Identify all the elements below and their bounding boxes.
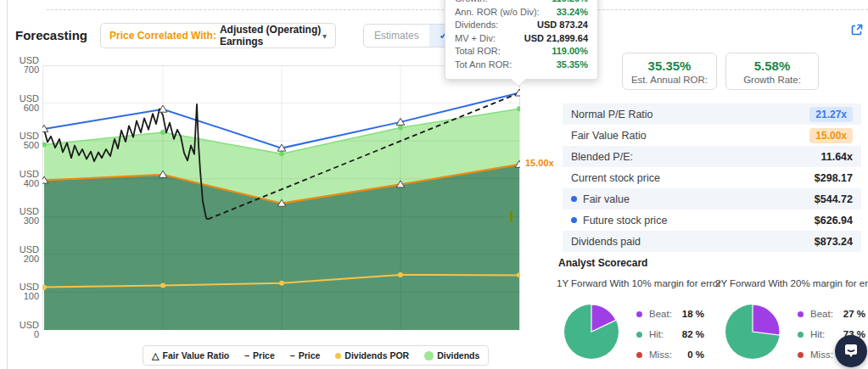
table-row-fair-value-ratio: Fair Value Ratio15.00x [563,125,861,146]
legend-dot-icon [636,311,642,317]
blue-dot-icon [571,217,577,223]
table-row-dividends-paid: Dividends paid$873.24 [563,231,861,252]
y-axis-tick-label: USD400 [10,170,39,188]
dash-marker-icon: – [244,350,249,361]
table-row-blended-p-e-: Blended P/E:11.64x [563,146,861,167]
price-correlated-dropdown[interactable]: Price Correlated With: Adjusted (Operati… [100,23,336,48]
legend-item-fair-value-ratio[interactable]: △Fair Value Ratio [152,350,229,361]
panel-left-border [7,0,8,369]
y-axis-tick-label: USD100 [10,282,39,301]
dot-marker-icon [335,353,341,359]
triangle-marker-icon: △ [152,350,159,361]
y-axis-tick-label: USD0 [10,321,39,339]
tooltip-row: MV + Div:USD 21,899.64 [445,32,597,46]
dash-marker-icon: – [290,350,295,361]
tooltip-row: Total ROR:119.00% [445,45,597,59]
legend-dot-icon [798,352,804,358]
scorecard-2y-subtitle: 2Y Forward With 20% margin for error [715,278,868,288]
table-row-fair-value: Fair value$544.72 [563,188,861,210]
y-axis-tick-label: USD300 [10,207,39,226]
pie-chart-2y [724,303,781,361]
est-annual-ror-box: 35.35% Est. Annual ROR: [622,53,717,90]
blue-dot-icon [571,196,577,202]
pie-legend-row-miss: Miss:0 % [636,344,704,365]
legend-item-dividends-por[interactable]: Dividends POR [335,350,409,361]
pie-legend-1y: Beat:18 %Hit:82 %Miss:0 % [636,304,704,365]
scorecard-1y-subtitle: 1Y Forward With 10% margin for error [557,278,721,288]
chart-legend: △Fair Value Ratio–Price–PriceDividends P… [143,345,489,366]
tooltip-row: Ann. ROR (w/o Div):33.24% [445,6,597,20]
table-row-current-stock-price: Current stock price$298.17 [563,167,861,188]
pie-chart-1y [563,303,620,361]
growth-rate-label: Growth Rate: [743,75,801,85]
est-annual-ror-label: Est. Annual ROR: [631,75,708,85]
legend-dot-icon [636,352,642,358]
pie-legend-row-beat: Beat:27 % [798,304,865,324]
y-axis-tick-label: USD700 [10,56,39,75]
dropdown-label: Price Correlated With: [109,30,216,42]
open-external-icon[interactable] [850,23,864,36]
table-row-future-stock-price: Future stock price$626.94 [563,210,861,231]
tooltip-row: Dividends:USD 873.24 [445,19,597,32]
y-axis-tick-label: USD600 [10,94,39,113]
pie-legend-row-beat: Beat:18 % [636,304,704,324]
forecasting-chart[interactable] [42,65,520,330]
page-title: Forecasting [15,28,87,42]
y-axis-tick-label: USD200 [10,245,39,264]
legend-item-price[interactable]: –Price [290,350,321,361]
table-row-normal-p-e-ratio: Normal P/E Ratio21.27x [563,103,861,125]
chart-tooltip: Growth:110.26%Ann. ROR (w/o Div):33.24%D… [445,0,598,80]
chevron-down-icon: ▾ [322,31,327,41]
tooltip-row: Tot Ann ROR:35.35% [445,59,597,72]
fair-value-ratio-end-label: 15.00x [525,158,554,168]
valuation-metrics-table: Normal P/E Ratio21.27xFair Value Ratio15… [563,103,861,252]
dropdown-selected-value: Adjusted (Operating) Earnings [220,24,322,48]
legend-dot-icon [636,332,642,338]
dot-marker-icon [424,351,434,361]
chat-launcher-button[interactable] [835,335,867,367]
tab-estimates[interactable]: Estimates [364,25,429,47]
growth-rate-box: 5.58% Growth Rate: [725,53,819,90]
legend-dot-icon [798,311,804,317]
legend-item-dividends[interactable]: Dividends [424,350,479,361]
chat-icon [843,343,860,360]
y-axis-tick-label: USD500 [10,131,39,150]
est-annual-ror-value: 35.35% [648,59,692,73]
pie-legend-row-hit: Hit:82 % [636,324,704,344]
growth-rate-value: 5.58% [754,59,791,73]
legend-item-price[interactable]: –Price [244,350,275,361]
forecasting-panel: Forecasting Price Correlated With: Adjus… [0,0,868,369]
legend-dot-icon [798,332,804,338]
analyst-scorecard-title: Analyst Scorecard [558,257,647,269]
